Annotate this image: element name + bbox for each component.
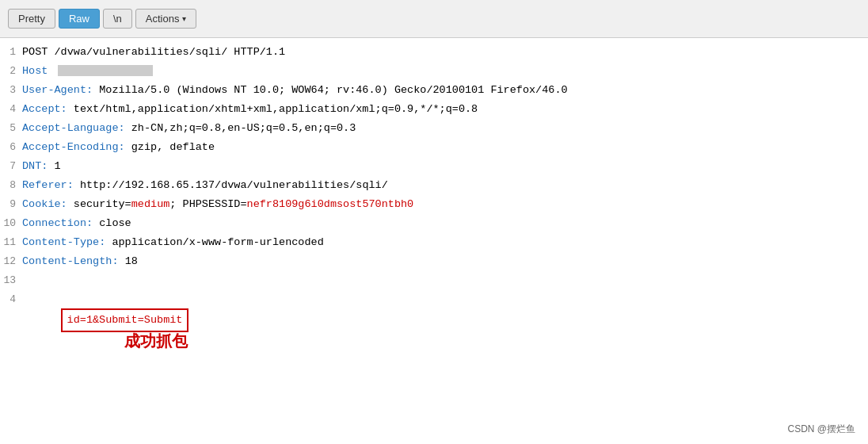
line-content: Cookie: security=medium; PHPSESSID=nefr8… <box>22 196 868 213</box>
line-4: 4 Accept: text/html,application/xhtml+xm… <box>0 100 868 119</box>
actions-label: Actions <box>146 13 180 25</box>
line-content <box>22 272 868 289</box>
line-content: User-Agent: Mozilla/5.0 (Windows NT 10.0… <box>22 82 868 99</box>
line-9: 9 Cookie: security=medium; PHPSESSID=nef… <box>0 195 868 214</box>
line-content: Accept: text/html,application/xhtml+xml,… <box>22 101 868 118</box>
newline-tab[interactable]: \n <box>103 9 132 29</box>
line-11: 11 Content-Type: application/x-www-form-… <box>0 233 868 252</box>
line-number: 13 <box>0 272 22 289</box>
raw-tab[interactable]: Raw <box>59 9 100 29</box>
line-10: 10 Connection: close <box>0 214 868 233</box>
line-12: 12 Content-Length: 18 <box>0 252 868 271</box>
line-1: 1 POST /dvwa/vulnerabilities/sqli/ HTTP/… <box>0 43 868 62</box>
line-number: 11 <box>0 234 22 251</box>
line-number: 2 <box>0 63 22 80</box>
line-content: Referer: http://192.168.65.137/dvwa/vuln… <box>22 177 868 194</box>
line-number: 4 <box>0 291 22 308</box>
line-number: 1 <box>0 44 22 61</box>
actions-button[interactable]: Actions ▾ <box>135 9 197 29</box>
content-area: 1 POST /dvwa/vulnerabilities/sqli/ HTTP/… <box>0 38 868 444</box>
line-7: 7 DNT: 1 <box>0 157 868 176</box>
line-14: 4 id=1&Submit=Submit 成功抓包 <box>0 290 868 371</box>
line-number: 12 <box>0 253 22 270</box>
line-content: Connection: close <box>22 215 868 232</box>
line-6: 6 Accept-Encoding: gzip, deflate <box>0 138 868 157</box>
line-content: Accept-Encoding: gzip, deflate <box>22 139 868 156</box>
line-number: 9 <box>0 196 22 213</box>
line-content: Content-Type: application/x-www-form-url… <box>22 234 868 251</box>
watermark: CSDN @摆烂鱼 <box>787 423 855 436</box>
annotation-text: 成功抓包 <box>124 332 188 350</box>
line-number: 4 <box>0 101 22 118</box>
line-content: Accept-Language: zh-CN,zh;q=0.8,en-US;q=… <box>22 120 868 137</box>
line-13: 13 <box>0 271 868 290</box>
line-content: Content-Length: 18 <box>22 253 868 270</box>
line-8: 8 Referer: http://192.168.65.137/dvwa/vu… <box>0 176 868 195</box>
line-number: 7 <box>0 158 22 175</box>
line-5: 5 Accept-Language: zh-CN,zh;q=0.8,en-US;… <box>0 119 868 138</box>
toolbar: Pretty Raw \n Actions ▾ <box>0 0 868 38</box>
chevron-down-icon: ▾ <box>182 14 186 23</box>
line-content: POST /dvwa/vulnerabilities/sqli/ HTTP/1.… <box>22 44 868 61</box>
line-content: id=1&Submit=Submit 成功抓包 <box>22 291 868 370</box>
line-number: 3 <box>0 82 22 99</box>
line-number: 6 <box>0 139 22 156</box>
line-3: 3 User-Agent: Mozilla/5.0 (Windows NT 10… <box>0 81 868 100</box>
pretty-tab[interactable]: Pretty <box>8 9 55 29</box>
post-body-highlight: id=1&Submit=Submit <box>61 308 189 332</box>
line-number: 10 <box>0 215 22 232</box>
line-content: Host <box>22 63 868 80</box>
line-number: 5 <box>0 120 22 137</box>
line-number: 8 <box>0 177 22 194</box>
line-2: 2 Host <box>0 62 868 81</box>
line-content: DNT: 1 <box>22 158 868 175</box>
